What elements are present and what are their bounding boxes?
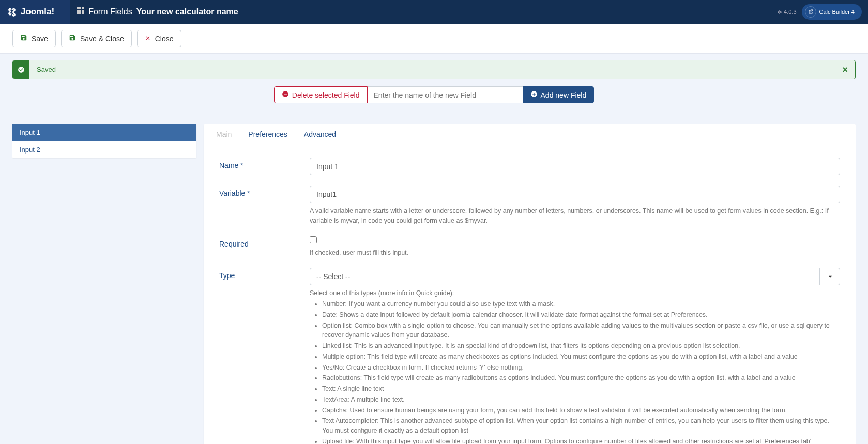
type-help-item: Radiobuttons: This field type will creat… [322, 373, 840, 383]
tab-advanced[interactable]: Advanced [296, 124, 344, 145]
tab-main[interactable]: Main [208, 124, 240, 145]
new-field-name-input[interactable] [368, 86, 523, 103]
form-row-variable: Variable * A valid variable name starts … [219, 186, 840, 226]
version-tag: ✻ 4.0.3 [778, 9, 796, 15]
svg-rect-2 [82, 7, 84, 9]
topbar-right: ✻ 4.0.3 Calc Builder 4 [778, 4, 862, 20]
type-help-item: Captcha: Used to ensure human beings are… [322, 406, 840, 416]
type-help-item: Number: If you want a currency number yo… [322, 299, 840, 309]
alert-close-button[interactable]: × [840, 65, 850, 75]
type-help-item: Option list: Combo box with a single opt… [322, 321, 840, 341]
heading-prefix: Form Fields [88, 7, 132, 17]
svg-rect-7 [79, 12, 81, 14]
name-label: Name * [219, 158, 310, 175]
type-help-intro: Select one of this types (more info in Q… [310, 288, 840, 298]
panel: MainPreferencesAdvanced Name * Variable … [204, 124, 856, 444]
svg-rect-4 [79, 10, 81, 12]
delete-field-button[interactable]: Delete selected Field [274, 86, 368, 103]
minus-circle-icon [282, 90, 289, 99]
svg-rect-0 [77, 7, 79, 9]
svg-rect-5 [82, 10, 84, 12]
form-body: Name * Variable * A valid variable name … [204, 145, 856, 444]
save-icon [69, 34, 76, 43]
variable-label: Variable * [219, 186, 310, 226]
variable-input[interactable] [310, 186, 840, 203]
brand-text: Joomla! [21, 7, 54, 17]
sidebar: Input 1Input 2 [12, 124, 196, 158]
type-help-list: Number: If you want a currency number yo… [310, 299, 840, 444]
main-layout: Input 1Input 2 MainPreferencesAdvanced N… [0, 124, 868, 444]
delete-label: Delete selected Field [292, 91, 360, 99]
tabs: MainPreferencesAdvanced [204, 124, 856, 145]
plus-circle-icon [530, 90, 538, 99]
save-label: Save [32, 35, 48, 43]
type-select-display: -- Select -- [310, 268, 840, 285]
type-help-item: Text: A single line text [322, 384, 840, 394]
type-help: Select one of this types (more info in Q… [310, 288, 840, 444]
close-icon [145, 35, 151, 43]
svg-rect-3 [77, 10, 79, 12]
page-heading: Form Fields Your new calculator name [76, 7, 238, 17]
type-help-item: Linked list: This is an advanced input t… [322, 341, 840, 351]
badge-text: Calc Builder 4 [819, 9, 855, 15]
svg-rect-6 [77, 12, 79, 14]
joomla-small-icon: ✻ [778, 9, 782, 15]
tab-preferences[interactable]: Preferences [240, 124, 295, 145]
alert-success: Saved × [12, 60, 856, 79]
brand-section: Joomla! [0, 0, 70, 24]
add-field-button[interactable]: Add new Field [523, 86, 595, 103]
close-label: Close [155, 35, 174, 43]
save-close-label: Save & Close [80, 35, 124, 43]
topbar: Joomla! Form Fields Your new calculator … [0, 0, 868, 24]
alert-text: Saved [29, 60, 855, 79]
sidebar-item-0[interactable]: Input 1 [12, 124, 196, 141]
brand-logo[interactable]: Joomla! [6, 6, 54, 18]
external-link-icon [805, 6, 816, 18]
required-label: Required [219, 236, 310, 258]
name-input[interactable] [310, 158, 840, 175]
component-badge[interactable]: Calc Builder 4 [802, 4, 862, 20]
required-checkbox[interactable] [310, 236, 317, 243]
close-button[interactable]: Close [137, 30, 181, 47]
version-text: 4.0.3 [784, 9, 796, 15]
type-help-item: Date: Shows a date input followed by def… [322, 310, 840, 320]
type-help-item: Multiple option: This field type will cr… [322, 352, 840, 362]
save-button[interactable]: Save [12, 30, 56, 47]
sidebar-item-1[interactable]: Input 2 [12, 141, 196, 158]
type-select-wrap[interactable]: -- Select -- [310, 268, 840, 285]
module-icon [76, 7, 84, 17]
type-help-item: Text Autocompleter: This is another adva… [322, 416, 840, 436]
required-help: If checked, user must fill this input. [310, 248, 840, 258]
content: Saved × Delete selected Field Add new Fi… [0, 54, 868, 124]
save-icon [20, 34, 27, 43]
svg-rect-8 [82, 12, 84, 14]
type-label: Type [219, 268, 310, 444]
toolbar: Save Save & Close Close [0, 24, 868, 54]
type-help-item: Yes/No: Create a checkbox in form. If ch… [322, 363, 840, 373]
form-row-type: Type -- Select -- Select one of this typ… [219, 268, 840, 444]
save-close-button[interactable]: Save & Close [61, 30, 132, 47]
field-actions: Delete selected Field Add new Field [12, 86, 856, 103]
form-row-name: Name * [219, 158, 840, 175]
heading-name: Your new calculator name [136, 7, 238, 17]
svg-rect-1 [79, 7, 81, 9]
form-row-required: Required If checked, user must fill this… [219, 236, 840, 258]
check-circle-icon [13, 60, 29, 79]
type-help-item: TextArea: A multiple line text. [322, 395, 840, 405]
joomla-icon [6, 6, 18, 18]
add-label: Add new Field [541, 91, 587, 99]
variable-help: A valid variable name starts with a lett… [310, 206, 840, 226]
type-help-item: Upload file: With this input type you wi… [322, 437, 840, 444]
